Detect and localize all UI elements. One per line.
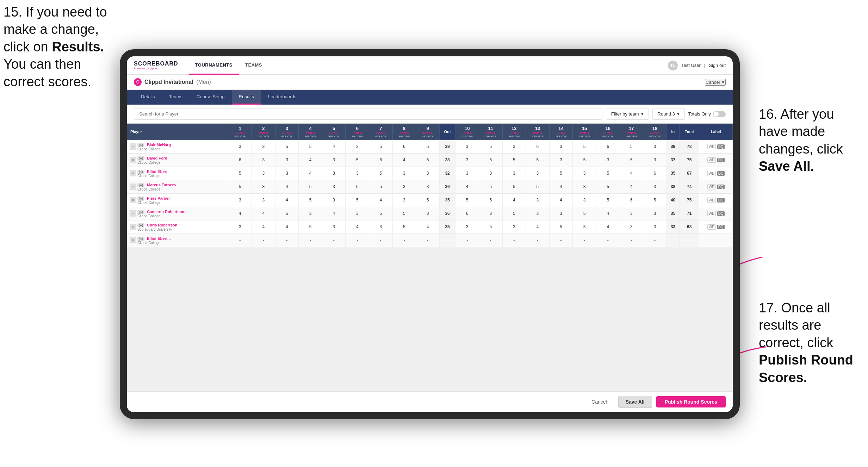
hole-5-score[interactable]: 3 (322, 167, 346, 180)
hole-1-score[interactable]: 5 (228, 180, 252, 193)
dq-label[interactable]: DQ (717, 171, 725, 176)
hole-1-score[interactable]: - (228, 234, 252, 247)
round-dropdown[interactable]: Round 3 ▾ (652, 108, 685, 120)
row-expand-icon[interactable]: ≡ (130, 210, 136, 217)
tab-leaderboards[interactable]: Leaderboards (261, 90, 303, 105)
hole-12-score[interactable]: - (502, 234, 526, 247)
wd-label[interactable]: WD (707, 171, 716, 176)
hole-11-score[interactable]: 5 (479, 140, 502, 154)
hole-16-score[interactable]: 4 (596, 220, 620, 234)
hole-18-score[interactable]: 3 (643, 207, 667, 220)
hole-7-score[interactable]: 4 (369, 193, 393, 207)
tab-results[interactable]: Results (232, 90, 261, 105)
wd-label[interactable]: WD (707, 144, 716, 149)
hole-17-score[interactable]: 5 (620, 140, 643, 154)
hole-5-score[interactable]: 3 (322, 180, 346, 193)
hole-5-score[interactable]: - (322, 234, 346, 247)
hole-4-score[interactable]: 5 (299, 220, 322, 234)
hole-7-score[interactable]: 5 (369, 140, 393, 154)
row-expand-icon[interactable]: ≡ (130, 237, 136, 243)
hole-3-score[interactable]: - (275, 234, 299, 247)
hole-4-score[interactable]: 3 (299, 207, 322, 220)
hole-4-score[interactable]: 5 (299, 180, 322, 193)
hole-17-score[interactable]: 4 (620, 167, 643, 180)
wd-label[interactable]: WD (707, 211, 716, 216)
hole-11-score[interactable]: 3 (479, 167, 502, 180)
row-expand-icon[interactable]: ≡ (130, 224, 136, 230)
hole-18-score[interactable]: 5 (643, 193, 667, 207)
hole-12-score[interactable]: 4 (502, 193, 526, 207)
hole-18-score[interactable]: 3 (643, 220, 667, 234)
hole-6-score[interactable]: 5 (346, 180, 369, 193)
hole-2-score[interactable]: 3 (252, 153, 275, 167)
tab-teams[interactable]: Teams (162, 90, 190, 105)
hole-10-score[interactable]: 3 (455, 153, 479, 167)
hole-15-score[interactable]: 5 (573, 153, 596, 167)
hole-8-score[interactable]: 5 (392, 207, 416, 220)
wd-label[interactable]: WD (707, 224, 716, 230)
hole-6-score[interactable]: 4 (346, 220, 369, 234)
hole-7-score[interactable]: 6 (369, 153, 393, 167)
hole-14-score[interactable]: 4 (549, 193, 573, 207)
hole-14-score[interactable]: 5 (549, 220, 573, 234)
hole-7-score[interactable]: 5 (369, 180, 393, 193)
hole-9-score[interactable]: 3 (416, 167, 440, 180)
hole-2-score[interactable]: 3 (252, 180, 275, 193)
hole-17-score[interactable]: 3 (620, 220, 643, 234)
hole-10-score[interactable]: - (455, 234, 479, 247)
hole-18-score[interactable]: 3 (643, 180, 667, 193)
hole-9-score[interactable]: 5 (416, 140, 440, 154)
hole-6-score[interactable]: 3 (346, 140, 369, 154)
hole-15-score[interactable]: - (573, 234, 596, 247)
hole-3-score[interactable]: 5 (275, 207, 299, 220)
hole-13-score[interactable]: 3 (526, 193, 550, 207)
hole-7-score[interactable]: 5 (369, 167, 393, 180)
cancel-tournament-button[interactable]: Cancel ✕ (705, 79, 726, 86)
dq-label[interactable]: DQ (717, 225, 725, 229)
row-expand-icon[interactable]: ≡ (130, 183, 136, 190)
hole-11-score[interactable]: 3 (479, 207, 502, 220)
hole-3-score[interactable]: 5 (275, 140, 299, 154)
tab-course-setup[interactable]: Course Setup (190, 90, 232, 105)
hole-3-score[interactable]: 4 (275, 193, 299, 207)
hole-13-score[interactable]: - (526, 234, 550, 247)
hole-5-score[interactable]: 3 (322, 153, 346, 167)
hole-16-score[interactable]: 5 (596, 193, 620, 207)
wd-label[interactable]: WD (707, 198, 716, 203)
hole-6-score[interactable]: 3 (346, 207, 369, 220)
hole-13-score[interactable]: 5 (526, 180, 550, 193)
hole-18-score[interactable]: 3 (643, 153, 667, 167)
hole-4-score[interactable]: 4 (299, 167, 322, 180)
hole-7-score[interactable]: 5 (369, 207, 393, 220)
hole-14-score[interactable]: 4 (549, 180, 573, 193)
hole-7-score[interactable]: 3 (369, 220, 393, 234)
hole-13-score[interactable]: 4 (526, 220, 550, 234)
hole-6-score[interactable]: 5 (346, 153, 369, 167)
hole-13-score[interactable]: 6 (526, 140, 550, 154)
hole-6-score[interactable]: 3 (346, 167, 369, 180)
hole-6-score[interactable]: 5 (346, 193, 369, 207)
hole-16-score[interactable]: 5 (596, 180, 620, 193)
hole-16-score[interactable]: 3 (596, 153, 620, 167)
hole-1-score[interactable]: 3 (228, 220, 252, 234)
publish-round-scores-button[interactable]: Publish Round Scores (656, 396, 726, 407)
hole-9-score[interactable]: 3 (416, 207, 440, 220)
hole-10-score[interactable]: 3 (455, 167, 479, 180)
hole-11-score[interactable]: 5 (479, 153, 502, 167)
hole-10-score[interactable]: 5 (455, 193, 479, 207)
hole-2-score[interactable]: 3 (252, 140, 275, 154)
hole-14-score[interactable]: 3 (549, 140, 573, 154)
hole-12-score[interactable]: 5 (502, 180, 526, 193)
hole-5-score[interactable]: 4 (322, 207, 346, 220)
hole-12-score[interactable]: 3 (502, 140, 526, 154)
hole-10-score[interactable]: 4 (455, 180, 479, 193)
hole-9-score[interactable]: 5 (416, 153, 440, 167)
hole-15-score[interactable]: 3 (573, 220, 596, 234)
hole-8-score[interactable]: 3 (392, 193, 416, 207)
hole-1-score[interactable]: 3 (228, 140, 252, 154)
hole-4-score[interactable]: 5 (299, 193, 322, 207)
wd-label[interactable]: WD (707, 157, 716, 163)
filter-by-team-dropdown[interactable]: Filter by team ▾ (606, 108, 649, 120)
hole-15-score[interactable]: 3 (573, 180, 596, 193)
toggle-switch[interactable] (713, 111, 726, 117)
